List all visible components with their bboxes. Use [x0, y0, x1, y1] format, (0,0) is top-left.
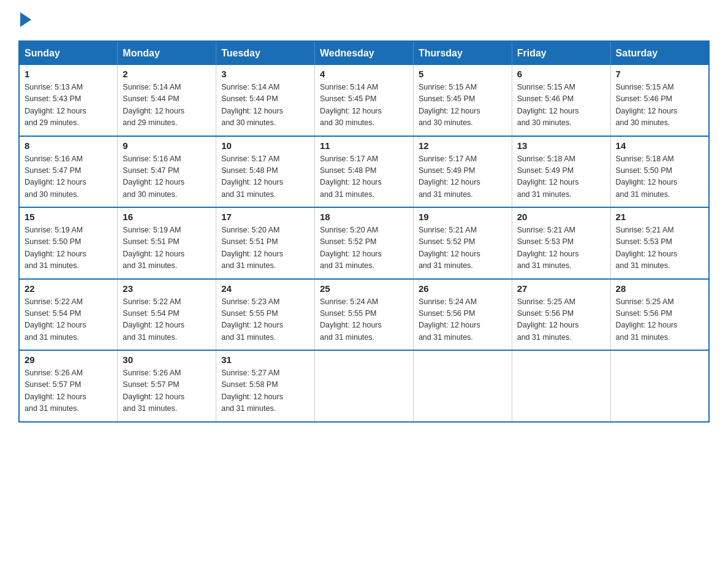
weekday-header-monday: Monday — [118, 41, 216, 65]
day-number: 22 — [25, 283, 112, 294]
calendar-cell: 17Sunrise: 5:20 AMSunset: 5:51 PMDayligh… — [216, 207, 315, 279]
day-info: Sunrise: 5:20 AMSunset: 5:51 PMDaylight:… — [221, 226, 283, 270]
day-info: Sunrise: 5:25 AMSunset: 5:56 PMDaylight:… — [616, 297, 678, 342]
calendar-week-row: 15Sunrise: 5:19 AMSunset: 5:50 PMDayligh… — [19, 207, 709, 279]
calendar-cell: 22Sunrise: 5:22 AMSunset: 5:54 PMDayligh… — [19, 279, 118, 351]
day-info: Sunrise: 5:17 AMSunset: 5:48 PMDaylight:… — [221, 155, 283, 199]
day-info: Sunrise: 5:13 AMSunset: 5:43 PMDaylight:… — [25, 83, 86, 127]
calendar-cell — [315, 350, 414, 422]
day-info: Sunrise: 5:14 AMSunset: 5:44 PMDaylight:… — [221, 83, 283, 127]
day-info: Sunrise: 5:15 AMSunset: 5:46 PMDaylight:… — [517, 83, 579, 127]
calendar-cell: 3Sunrise: 5:14 AMSunset: 5:44 PMDaylight… — [216, 65, 315, 136]
day-number: 21 — [616, 212, 703, 222]
calendar-cell: 15Sunrise: 5:19 AMSunset: 5:50 PMDayligh… — [19, 207, 118, 279]
day-number: 18 — [320, 212, 408, 222]
day-number: 11 — [320, 140, 408, 151]
logo-arrow-icon — [20, 12, 31, 27]
day-info: Sunrise: 5:27 AMSunset: 5:58 PMDaylight:… — [221, 369, 283, 413]
day-info: Sunrise: 5:15 AMSunset: 5:46 PMDaylight:… — [616, 83, 678, 127]
calendar-cell: 2Sunrise: 5:14 AMSunset: 5:44 PMDaylight… — [118, 65, 216, 136]
calendar-cell: 20Sunrise: 5:21 AMSunset: 5:53 PMDayligh… — [512, 207, 610, 279]
weekday-header-sunday: Sunday — [19, 41, 118, 65]
day-info: Sunrise: 5:18 AMSunset: 5:49 PMDaylight:… — [517, 155, 579, 199]
day-number: 19 — [419, 212, 507, 222]
day-info: Sunrise: 5:24 AMSunset: 5:55 PMDaylight:… — [320, 297, 382, 342]
day-number: 12 — [419, 140, 507, 151]
day-number: 4 — [320, 69, 408, 79]
day-info: Sunrise: 5:17 AMSunset: 5:48 PMDaylight:… — [320, 155, 382, 199]
calendar-cell: 29Sunrise: 5:26 AMSunset: 5:57 PMDayligh… — [19, 350, 118, 422]
day-info: Sunrise: 5:22 AMSunset: 5:54 PMDaylight:… — [25, 297, 86, 342]
day-number: 31 — [221, 354, 309, 365]
calendar-cell: 5Sunrise: 5:15 AMSunset: 5:45 PMDaylight… — [413, 65, 512, 136]
day-number: 7 — [616, 69, 703, 79]
weekday-header-saturday: Saturday — [610, 41, 709, 65]
day-number: 15 — [25, 212, 112, 222]
calendar-cell: 25Sunrise: 5:24 AMSunset: 5:55 PMDayligh… — [315, 279, 414, 351]
day-number: 27 — [517, 283, 605, 294]
calendar-cell: 6Sunrise: 5:15 AMSunset: 5:46 PMDaylight… — [512, 65, 610, 136]
day-info: Sunrise: 5:14 AMSunset: 5:45 PMDaylight:… — [320, 83, 382, 127]
page-header — [18, 12, 710, 28]
day-info: Sunrise: 5:20 AMSunset: 5:52 PMDaylight:… — [320, 226, 382, 270]
calendar-cell: 21Sunrise: 5:21 AMSunset: 5:53 PMDayligh… — [610, 207, 709, 279]
calendar-cell: 18Sunrise: 5:20 AMSunset: 5:52 PMDayligh… — [315, 207, 414, 279]
day-number: 8 — [25, 140, 112, 151]
calendar-cell: 1Sunrise: 5:13 AMSunset: 5:43 PMDaylight… — [19, 65, 118, 136]
calendar-cell: 28Sunrise: 5:25 AMSunset: 5:56 PMDayligh… — [610, 279, 709, 351]
calendar-cell: 9Sunrise: 5:16 AMSunset: 5:47 PMDaylight… — [118, 136, 216, 208]
day-info: Sunrise: 5:25 AMSunset: 5:56 PMDaylight:… — [517, 297, 579, 342]
day-number: 13 — [517, 140, 605, 151]
calendar-cell: 27Sunrise: 5:25 AMSunset: 5:56 PMDayligh… — [512, 279, 610, 351]
weekday-header-row: SundayMondayTuesdayWednesdayThursdayFrid… — [19, 41, 709, 65]
day-number: 29 — [25, 354, 112, 365]
day-info: Sunrise: 5:17 AMSunset: 5:49 PMDaylight:… — [419, 155, 480, 199]
day-number: 14 — [616, 140, 703, 151]
day-info: Sunrise: 5:23 AMSunset: 5:55 PMDaylight:… — [221, 297, 283, 342]
calendar-cell — [512, 350, 610, 422]
calendar-cell — [610, 350, 709, 422]
day-info: Sunrise: 5:16 AMSunset: 5:47 PMDaylight:… — [25, 155, 86, 199]
day-info: Sunrise: 5:19 AMSunset: 5:50 PMDaylight:… — [25, 226, 86, 270]
calendar-cell: 23Sunrise: 5:22 AMSunset: 5:54 PMDayligh… — [118, 279, 216, 351]
day-info: Sunrise: 5:14 AMSunset: 5:44 PMDaylight:… — [123, 83, 184, 127]
calendar-cell: 16Sunrise: 5:19 AMSunset: 5:51 PMDayligh… — [118, 207, 216, 279]
day-info: Sunrise: 5:18 AMSunset: 5:50 PMDaylight:… — [616, 155, 678, 199]
day-number: 26 — [419, 283, 507, 294]
day-info: Sunrise: 5:21 AMSunset: 5:53 PMDaylight:… — [517, 226, 579, 270]
day-number: 24 — [221, 283, 309, 294]
calendar-cell: 31Sunrise: 5:27 AMSunset: 5:58 PMDayligh… — [216, 350, 315, 422]
day-number: 25 — [320, 283, 408, 294]
calendar-table: SundayMondayTuesdayWednesdayThursdayFrid… — [18, 40, 710, 423]
weekday-header-tuesday: Tuesday — [216, 41, 315, 65]
day-info: Sunrise: 5:22 AMSunset: 5:54 PMDaylight:… — [123, 297, 184, 342]
day-number: 1 — [25, 69, 112, 79]
calendar-week-row: 8Sunrise: 5:16 AMSunset: 5:47 PMDaylight… — [19, 136, 709, 208]
day-number: 2 — [123, 69, 211, 79]
day-info: Sunrise: 5:26 AMSunset: 5:57 PMDaylight:… — [25, 369, 86, 413]
calendar-cell: 10Sunrise: 5:17 AMSunset: 5:48 PMDayligh… — [216, 136, 315, 208]
day-info: Sunrise: 5:21 AMSunset: 5:53 PMDaylight:… — [616, 226, 678, 270]
day-number: 16 — [123, 212, 211, 222]
day-number: 10 — [221, 140, 309, 151]
calendar-cell: 26Sunrise: 5:24 AMSunset: 5:56 PMDayligh… — [413, 279, 512, 351]
day-number: 30 — [123, 354, 211, 365]
day-number: 28 — [616, 283, 703, 294]
day-info: Sunrise: 5:16 AMSunset: 5:47 PMDaylight:… — [123, 155, 184, 199]
calendar-week-row: 1Sunrise: 5:13 AMSunset: 5:43 PMDaylight… — [19, 65, 709, 136]
day-info: Sunrise: 5:24 AMSunset: 5:56 PMDaylight:… — [419, 297, 480, 342]
day-number: 23 — [123, 283, 211, 294]
weekday-header-thursday: Thursday — [413, 41, 512, 65]
weekday-header-wednesday: Wednesday — [315, 41, 414, 65]
calendar-cell: 11Sunrise: 5:17 AMSunset: 5:48 PMDayligh… — [315, 136, 414, 208]
day-number: 17 — [221, 212, 309, 222]
day-info: Sunrise: 5:21 AMSunset: 5:52 PMDaylight:… — [419, 226, 480, 270]
calendar-cell: 8Sunrise: 5:16 AMSunset: 5:47 PMDaylight… — [19, 136, 118, 208]
calendar-cell: 13Sunrise: 5:18 AMSunset: 5:49 PMDayligh… — [512, 136, 610, 208]
calendar-cell — [413, 350, 512, 422]
calendar-cell: 19Sunrise: 5:21 AMSunset: 5:52 PMDayligh… — [413, 207, 512, 279]
day-info: Sunrise: 5:15 AMSunset: 5:45 PMDaylight:… — [419, 83, 480, 127]
calendar-week-row: 29Sunrise: 5:26 AMSunset: 5:57 PMDayligh… — [19, 350, 709, 422]
calendar-cell: 14Sunrise: 5:18 AMSunset: 5:50 PMDayligh… — [610, 136, 709, 208]
day-number: 5 — [419, 69, 507, 79]
